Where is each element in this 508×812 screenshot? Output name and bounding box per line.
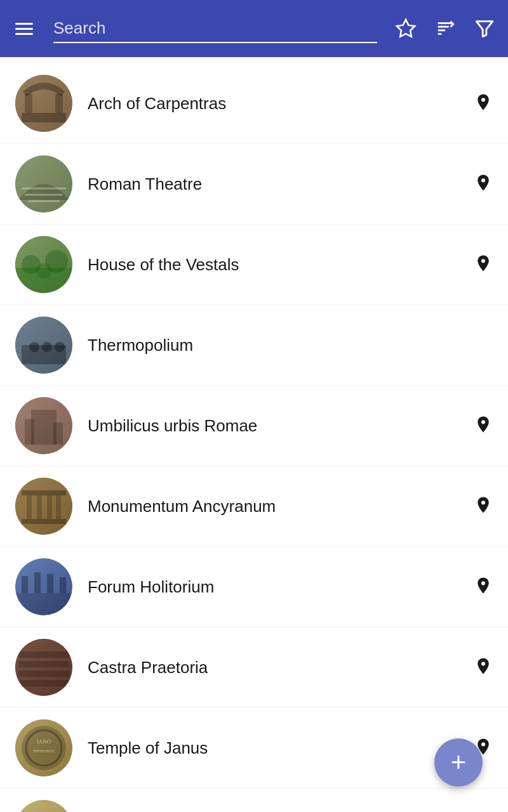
svg-rect-44 — [22, 576, 28, 593]
menu-button[interactable] — [10, 18, 38, 40]
location-pin-icon — [474, 415, 493, 436]
sort-icon — [434, 18, 456, 39]
svg-rect-31 — [25, 419, 34, 445]
item-name: Temple of Janus — [72, 738, 474, 758]
item-avatar: IANO BIFRONTI — [15, 719, 72, 776]
svg-rect-43 — [15, 593, 72, 615]
item-name: Monumentum Ancyranum — [72, 497, 474, 516]
item-avatar — [15, 800, 72, 812]
search-container — [53, 15, 377, 43]
list-item[interactable]: Thermopolium — [0, 305, 508, 386]
svg-rect-37 — [27, 495, 32, 519]
location-pin-icon — [474, 576, 493, 598]
svg-rect-36 — [22, 490, 66, 495]
filter-button[interactable] — [471, 15, 498, 42]
location-pin-icon — [474, 93, 493, 114]
svg-rect-8 — [22, 113, 66, 122]
svg-point-25 — [29, 342, 39, 352]
item-avatar — [15, 155, 72, 213]
star-icon — [395, 18, 417, 39]
svg-rect-52 — [18, 661, 69, 667]
sort-button[interactable] — [432, 15, 458, 42]
svg-rect-40 — [56, 495, 61, 519]
list-item[interactable]: Forum Holitorium — [0, 547, 508, 627]
svg-rect-45 — [34, 572, 41, 593]
menu-icon — [13, 20, 36, 37]
list-item[interactable]: Castra Praetoria — [0, 627, 508, 708]
plus-icon: + — [451, 749, 467, 776]
item-avatar — [15, 478, 72, 535]
svg-text:BIFRONTI: BIFRONTI — [34, 749, 55, 754]
svg-rect-39 — [47, 495, 52, 519]
svg-marker-5 — [476, 22, 493, 37]
list-item[interactable]: Arch of Carpentras — [0, 63, 508, 144]
svg-rect-35 — [22, 519, 66, 524]
item-name: Roman Theatre — [72, 174, 474, 194]
location-pin-icon — [474, 254, 493, 275]
svg-point-27 — [55, 342, 65, 352]
svg-point-21 — [36, 263, 51, 278]
item-name: Castra Praetoria — [72, 658, 474, 678]
svg-rect-10 — [55, 94, 63, 113]
list-item[interactable]: Monumentum Ancyranum — [0, 466, 508, 547]
item-name: Forum Holitorium — [72, 577, 474, 597]
svg-point-34 — [15, 478, 72, 535]
item-avatar — [15, 317, 72, 374]
svg-rect-9 — [25, 94, 32, 113]
svg-point-62 — [15, 800, 72, 812]
list-item[interactable]: Roman Theatre — [0, 144, 508, 225]
item-avatar — [15, 639, 72, 696]
filter-icon — [474, 18, 495, 39]
item-name: House of the Vestals — [72, 255, 474, 275]
svg-rect-46 — [47, 574, 53, 593]
list-item[interactable]: Umbilicus urbis Romae — [0, 386, 508, 466]
list-item[interactable]: IANO BIFRONTI Temple of Janus — [0, 708, 508, 789]
favorites-button[interactable] — [392, 15, 419, 42]
search-input[interactable] — [53, 15, 377, 42]
location-pin-icon — [474, 657, 493, 678]
item-avatar — [15, 75, 72, 132]
item-avatar — [15, 236, 72, 293]
svg-marker-0 — [397, 20, 415, 37]
item-avatar — [15, 558, 72, 615]
item-name: Arch of Carpentras — [72, 94, 474, 114]
item-name: Thermopolium — [72, 336, 474, 355]
item-name: Umbilicus urbis Romae — [72, 416, 474, 436]
svg-text:IANO: IANO — [37, 738, 51, 745]
item-avatar — [15, 397, 72, 454]
list-item[interactable]: House of the Vestals — [0, 225, 508, 305]
svg-rect-30 — [31, 410, 57, 445]
location-pin-icon — [474, 495, 493, 517]
svg-rect-51 — [18, 652, 69, 658]
add-button[interactable]: + — [434, 738, 483, 787]
svg-rect-38 — [37, 495, 42, 519]
header-icons — [392, 15, 498, 42]
app-header — [0, 0, 508, 57]
svg-rect-47 — [60, 577, 66, 593]
list-item[interactable]: Temple of Jupiter Stator — [0, 789, 508, 812]
svg-point-57 — [22, 726, 66, 770]
svg-point-26 — [42, 342, 52, 352]
svg-rect-32 — [53, 422, 63, 445]
location-pin-icon — [474, 173, 493, 195]
svg-rect-54 — [18, 680, 69, 686]
svg-rect-53 — [18, 671, 69, 677]
places-list: Arch of Carpentras — [0, 57, 508, 812]
